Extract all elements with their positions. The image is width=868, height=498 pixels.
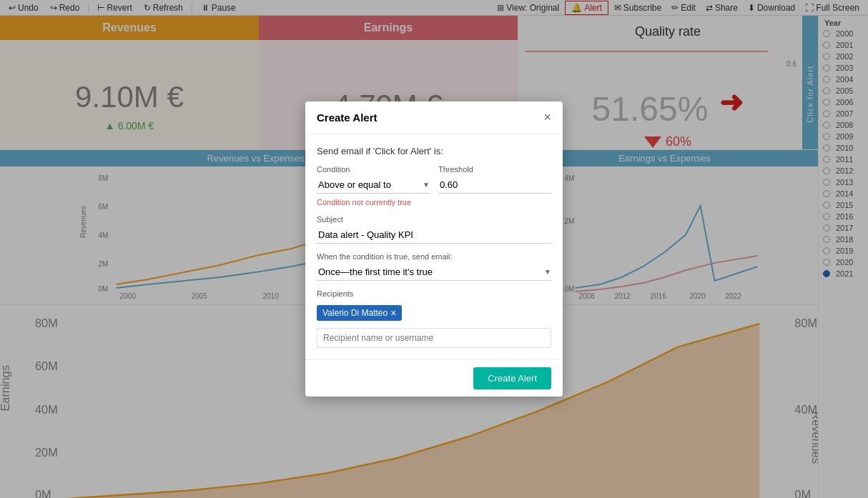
when-group: When the condition is true, send email: … [317,252,551,281]
subject-input[interactable] [317,226,551,244]
condition-select-wrap: Above or equal to ▼ [317,176,430,194]
when-select[interactable]: Once—the first time it's true [317,264,544,280]
create-alert-button[interactable]: Create Alert [473,367,551,389]
subject-label: Subject [317,215,551,224]
when-select-wrap: Once—the first time it's true ▼ [317,264,551,281]
modal-body: Send email if 'Click for Alert' is: Cond… [305,134,563,359]
recipient-tags: Valerio Di Matteo × [317,305,551,325]
recipient-name: Valerio Di Matteo [322,308,388,318]
condition-group: Condition Above or equal to ▼ Condition … [317,165,430,206]
when-dropdown-icon: ▼ [544,268,551,276]
create-alert-modal: Create Alert × Send email if 'Click for … [305,101,563,397]
recipients-label: Recipients [317,289,551,298]
modal-close-button[interactable]: × [543,110,551,125]
condition-note: Condition not currently true [317,198,430,206]
condition-label: Condition [317,165,430,174]
condition-dropdown-icon: ▼ [423,181,430,189]
condition-threshold-row: Condition Above or equal to ▼ Condition … [317,165,551,206]
recipients-group: Recipients Valerio Di Matteo × [317,289,551,348]
modal-title: Create Alert [317,111,377,124]
modal-footer: Create Alert [305,359,563,397]
threshold-label: Threshold [438,165,551,174]
modal-subtitle: Send email if 'Click for Alert' is: [317,146,551,156]
recipient-input[interactable] [317,328,551,348]
condition-select[interactable]: Above or equal to [317,176,423,193]
subject-group: Subject [317,215,551,244]
threshold-group: Threshold [438,165,551,206]
threshold-input[interactable] [438,176,551,194]
remove-recipient-button[interactable]: × [390,307,396,319]
modal-overlay: Create Alert × Send email if 'Click for … [0,0,868,498]
recipient-tag: Valerio Di Matteo × [317,305,402,321]
when-label: When the condition is true, send email: [317,252,551,261]
modal-header: Create Alert × [305,101,563,134]
